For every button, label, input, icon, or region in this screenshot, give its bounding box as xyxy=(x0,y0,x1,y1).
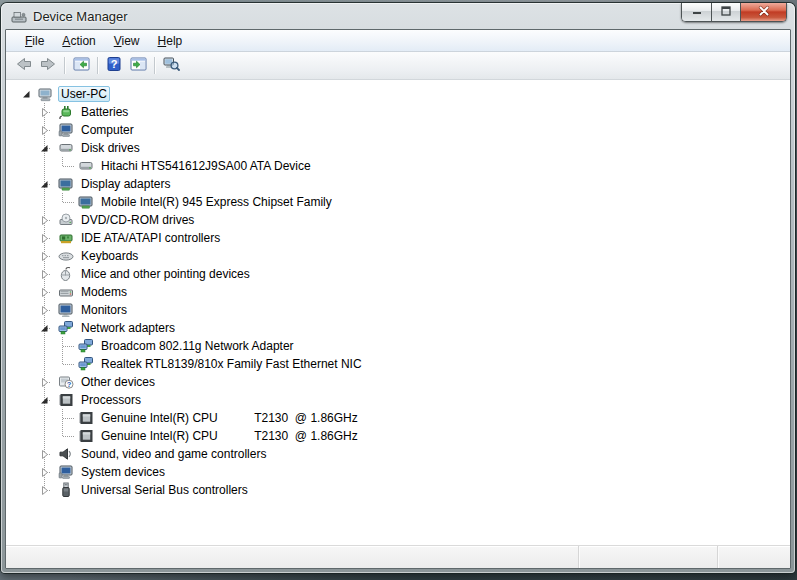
expand-toggle-icon[interactable] xyxy=(38,175,50,193)
tree-item-label: Modems xyxy=(78,285,130,299)
svg-text:?: ? xyxy=(67,380,72,389)
tree-item-label: Universal Serial Bus controllers xyxy=(78,483,251,497)
tree-item-display-adapters[interactable]: Display adapters xyxy=(6,175,790,193)
forward-button[interactable] xyxy=(36,55,60,77)
expand-toggle-icon[interactable] xyxy=(38,121,50,139)
indent-spacer xyxy=(50,337,62,355)
indent-spacer xyxy=(50,355,62,373)
tree-item-universal-serial-bus-controllers[interactable]: Universal Serial Bus controllers xyxy=(6,481,790,499)
status-pane xyxy=(718,546,790,568)
tree-elbow-connector xyxy=(62,157,76,175)
titlebar[interactable]: Device Manager xyxy=(1,3,795,29)
show-console-tree-button[interactable] xyxy=(69,55,93,77)
tree-guide-line xyxy=(38,157,50,175)
menu-item-file[interactable]: File xyxy=(16,32,53,50)
desktop: { "window": { "title": "Device Manager",… xyxy=(0,0,797,580)
expand-toggle-icon[interactable] xyxy=(38,319,50,337)
expand-toggle-icon[interactable] xyxy=(20,85,32,103)
tree-item-other-devices[interactable]: ?Other devices xyxy=(6,373,790,391)
tree-item-ide-ata-atapi-controllers[interactable]: IDE ATA/ATAPI controllers xyxy=(6,229,790,247)
tree-item-batteries[interactable]: Batteries xyxy=(6,103,790,121)
tree-item-genuine-intel-r-cpu-t2130-1-86ghz[interactable]: Genuine Intel(R) CPU T2130 @ 1.86GHz xyxy=(6,427,790,445)
tree-item-dvd-cd-rom-drives[interactable]: DVD/CD-ROM drives xyxy=(6,211,790,229)
tree-item-label: User-PC xyxy=(58,86,110,102)
tree-item-sound-video-and-game-controllers[interactable]: Sound, video and game controllers xyxy=(6,445,790,463)
arrow-right-icon xyxy=(39,56,57,76)
indent-spacer xyxy=(50,409,62,427)
device-tree: User-PCBatteriesComputerDisk drivesHitac… xyxy=(6,80,790,545)
tree-item-label: Network adapters xyxy=(78,321,178,335)
tree-item-realtek-rtl8139-810x-family-fast-etherne[interactable]: Realtek RTL8139/810x Family Fast Etherne… xyxy=(6,355,790,373)
tree-item-mobile-intel-r-945-express-chipset-famil[interactable]: Mobile Intel(R) 945 Express Chipset Fami… xyxy=(6,193,790,211)
expand-toggle-icon[interactable] xyxy=(38,211,50,229)
processor-icon xyxy=(58,392,74,408)
device-manager-window: Device Manager FileActionViewHelp ? User… xyxy=(1,3,795,573)
expand-toggle-icon[interactable] xyxy=(38,373,50,391)
scan-for-hardware-changes-button[interactable] xyxy=(159,55,183,77)
tree-elbow-connector xyxy=(62,337,76,355)
minimize-icon xyxy=(689,3,705,21)
tree-item-genuine-intel-r-cpu-t2130-1-86ghz[interactable]: Genuine Intel(R) CPU T2130 @ 1.86GHz xyxy=(6,409,790,427)
tree-item-system-devices[interactable]: System devices xyxy=(6,463,790,481)
system-icon xyxy=(58,464,74,480)
tree-item-hitachi-hts541612j9sa00-ata-device[interactable]: Hitachi HTS541612J9SA00 ATA Device xyxy=(6,157,790,175)
toolbar: ? xyxy=(6,52,790,80)
tree-item-network-adapters[interactable]: Network adapters xyxy=(6,319,790,337)
expand-toggle-icon[interactable] xyxy=(38,481,50,499)
tree-elbow-connector xyxy=(62,409,76,427)
tree-item-label: Keyboards xyxy=(78,249,141,263)
monitor-icon xyxy=(58,302,74,318)
expand-toggle-icon[interactable] xyxy=(38,247,50,265)
expand-toggle-icon[interactable] xyxy=(38,139,50,157)
menu-item-help[interactable]: Help xyxy=(149,32,192,50)
menu-item-action[interactable]: Action xyxy=(53,32,104,50)
status-pane xyxy=(6,546,578,568)
tree-elbow-connector xyxy=(62,355,76,373)
expand-toggle-icon[interactable] xyxy=(38,445,50,463)
tree-item-processors[interactable]: Processors xyxy=(6,391,790,409)
tree-item-user-pc[interactable]: User-PC xyxy=(6,85,790,103)
tree-item-computer[interactable]: Computer xyxy=(6,121,790,139)
menu-item-view[interactable]: View xyxy=(105,32,149,50)
help-button[interactable]: ? xyxy=(102,55,126,77)
expand-toggle-icon[interactable] xyxy=(38,103,50,121)
tree-item-label: Batteries xyxy=(78,105,131,119)
tree-item-label: Other devices xyxy=(78,375,158,389)
toolbar-separator xyxy=(97,57,98,74)
modem-icon xyxy=(58,284,74,300)
arrow-left-icon xyxy=(15,56,33,76)
expand-toggle-icon[interactable] xyxy=(38,283,50,301)
expand-toggle-icon[interactable] xyxy=(38,463,50,481)
expand-toggle-icon[interactable] xyxy=(38,301,50,319)
tree-guide-line xyxy=(38,355,50,373)
tree-item-monitors[interactable]: Monitors xyxy=(6,301,790,319)
tree-item-disk-drives[interactable]: Disk drives xyxy=(6,139,790,157)
expand-toggle-icon[interactable] xyxy=(38,265,50,283)
tree-item-label: Processors xyxy=(78,393,144,407)
maximize-icon xyxy=(718,3,734,21)
indent-spacer xyxy=(50,193,62,211)
tree-elbow-connector xyxy=(62,427,76,445)
client-area: FileActionViewHelp ? User-PCBatteriesCom… xyxy=(5,29,791,569)
tree-item-label: IDE ATA/ATAPI controllers xyxy=(78,231,223,245)
device-manager-icon xyxy=(11,8,28,25)
tree-item-broadcom-802-11g-network-adapter[interactable]: Broadcom 802.11g Network Adapter xyxy=(6,337,790,355)
network-icon xyxy=(58,320,74,336)
tree-item-label: System devices xyxy=(78,465,168,479)
expand-toggle-icon[interactable] xyxy=(38,229,50,247)
tree-item-mice-and-other-pointing-devices[interactable]: Mice and other pointing devices xyxy=(6,265,790,283)
close-button[interactable] xyxy=(740,3,787,22)
maximize-button[interactable] xyxy=(711,3,740,22)
back-button[interactable] xyxy=(12,55,36,77)
tree-item-keyboards[interactable]: Keyboards xyxy=(6,247,790,265)
tree-item-label: Sound, video and game controllers xyxy=(78,447,269,461)
network-icon xyxy=(78,338,94,354)
disk-icon xyxy=(58,140,74,156)
show-action-pane-button[interactable] xyxy=(126,55,150,77)
svg-text:?: ? xyxy=(111,58,118,70)
console-tree-icon xyxy=(73,56,90,76)
minimize-button[interactable] xyxy=(681,3,711,22)
expand-toggle-icon[interactable] xyxy=(38,391,50,409)
tree-item-modems[interactable]: Modems xyxy=(6,283,790,301)
close-icon xyxy=(758,3,770,21)
